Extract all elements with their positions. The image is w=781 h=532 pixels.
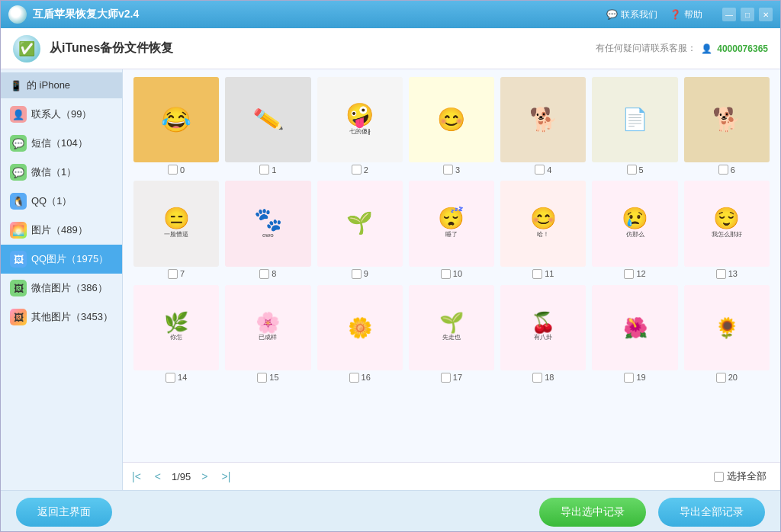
export-selected-button[interactable]: 导出选中记录 xyxy=(539,498,646,527)
export-all-button[interactable]: 导出全部记录 xyxy=(658,498,765,527)
image-label: 18 xyxy=(532,373,554,383)
image-checkbox[interactable] xyxy=(259,269,269,279)
close-button[interactable]: ✕ xyxy=(759,8,773,21)
image-thumbnail[interactable]: 🌻 xyxy=(684,285,770,370)
image-checkbox[interactable] xyxy=(716,269,726,279)
image-thumbnail[interactable]: 😊哈！ xyxy=(500,181,586,266)
image-item: 😌我怎么那好13 xyxy=(684,181,770,278)
image-thumbnail[interactable]: 🐕 xyxy=(500,77,586,162)
image-label: 12 xyxy=(624,269,645,279)
image-checkbox[interactable] xyxy=(532,269,542,279)
image-item: 🐾owo8 xyxy=(225,181,310,278)
image-number: 20 xyxy=(728,373,738,382)
image-thumbnail[interactable]: 🌸已成样 xyxy=(225,285,310,370)
image-thumbnail[interactable]: 😢仿那么 xyxy=(592,181,677,266)
sidebar-item-5[interactable]: 🖼QQ图片（1975） xyxy=(1,245,122,274)
image-checkbox[interactable] xyxy=(166,373,175,383)
select-all-container[interactable]: 选择全部 xyxy=(714,470,767,483)
image-thumbnail[interactable]: 😌我怎么那好 xyxy=(684,181,770,266)
image-checkbox[interactable] xyxy=(257,373,267,383)
image-checkbox[interactable] xyxy=(352,269,362,279)
image-number: 1 xyxy=(272,165,276,175)
image-thumbnail[interactable]: 😑一脸懵逼 xyxy=(133,181,219,266)
next-page-button[interactable]: > xyxy=(198,469,211,484)
prev-page-button[interactable]: < xyxy=(152,469,164,484)
image-item: 🌿你怎14 xyxy=(133,285,219,383)
sidebar: 📱 的 iPhone 👤联系人（99）💬短信（104）💬微信（1）🐧QQ（1）🌅… xyxy=(1,69,123,490)
image-checkbox[interactable] xyxy=(535,165,545,175)
image-checkbox[interactable] xyxy=(624,373,634,383)
image-checkbox[interactable] xyxy=(352,165,362,175)
minimize-button[interactable]: — xyxy=(722,8,736,21)
sidebar-item-4[interactable]: 🌅图片（489） xyxy=(1,216,122,245)
image-thumbnail[interactable]: 😂 xyxy=(133,77,219,162)
sidebar-icon-6: 🖼 xyxy=(10,280,27,296)
sidebar-icon-2: 💬 xyxy=(10,164,27,181)
select-all-checkbox[interactable] xyxy=(714,472,724,482)
image-thumbnail[interactable]: 🌺 xyxy=(592,285,677,370)
image-thumbnail[interactable]: 🌱 xyxy=(317,181,403,266)
image-checkbox[interactable] xyxy=(532,373,542,383)
sidebar-label-3: QQ（1） xyxy=(31,194,72,208)
bottombar: 返回主界面 导出选中记录 导出全部记录 xyxy=(1,490,780,532)
last-page-button[interactable]: >| xyxy=(219,469,234,484)
image-checkbox[interactable] xyxy=(716,373,726,383)
image-label: 16 xyxy=(349,373,371,383)
image-label: 9 xyxy=(352,269,368,279)
image-thumbnail[interactable]: 📄 xyxy=(592,77,677,162)
contact-button[interactable]: 💬 联系我们 xyxy=(606,8,657,21)
image-number: 18 xyxy=(545,373,554,382)
image-label: 6 xyxy=(718,165,735,175)
image-checkbox[interactable] xyxy=(718,165,728,175)
image-label: 10 xyxy=(441,269,462,279)
image-item: 🐕6 xyxy=(684,77,770,175)
image-item: 🌸已成样15 xyxy=(225,285,310,383)
image-number: 13 xyxy=(728,269,738,278)
image-thumbnail[interactable]: ✏️ xyxy=(225,77,310,162)
image-label: 17 xyxy=(441,373,462,383)
image-checkbox[interactable] xyxy=(168,269,178,279)
back-button[interactable]: 返回主界面 xyxy=(16,498,112,527)
image-item: 😂0 xyxy=(133,77,219,175)
image-label: 15 xyxy=(257,373,278,383)
image-number: 17 xyxy=(453,373,462,382)
sidebar-label-6: 微信图片（386） xyxy=(31,281,108,295)
maximize-button[interactable]: □ xyxy=(741,8,754,21)
content-area: 😂0✏️1🤪七的傻∦2😊3🐕4📄5🐕6😑一脸懵逼7🐾owo8🌱9😴睡了10😊哈！… xyxy=(123,69,780,490)
image-thumbnail[interactable]: 🍒有八卦 xyxy=(500,285,586,370)
image-thumbnail[interactable]: 🌿你怎 xyxy=(133,285,219,370)
image-checkbox[interactable] xyxy=(441,269,451,279)
sidebar-item-7[interactable]: 🖼其他图片（3453） xyxy=(1,303,122,332)
image-number: 2 xyxy=(364,165,368,175)
sidebar-item-1[interactable]: 💬短信（104） xyxy=(1,129,122,158)
image-checkbox[interactable] xyxy=(627,165,637,175)
image-thumbnail[interactable]: 🌱先走也 xyxy=(409,285,494,370)
image-thumbnail[interactable]: 🐾owo xyxy=(225,181,310,266)
image-checkbox[interactable] xyxy=(624,269,634,279)
image-item: ✏️1 xyxy=(225,77,310,175)
image-thumbnail[interactable]: 😴睡了 xyxy=(409,181,494,266)
image-label: 3 xyxy=(443,165,460,175)
sidebar-item-3[interactable]: 🐧QQ（1） xyxy=(1,187,122,216)
image-item: 😊哈！11 xyxy=(500,181,586,278)
image-checkbox[interactable] xyxy=(441,373,451,383)
image-checkbox[interactable] xyxy=(349,373,359,383)
sidebar-item-2[interactable]: 💬微信（1） xyxy=(1,158,122,187)
first-page-button[interactable]: |< xyxy=(129,469,144,484)
image-thumbnail[interactable]: 😊 xyxy=(409,77,494,162)
app-logo xyxy=(8,5,27,24)
image-item: 😊3 xyxy=(409,77,494,175)
image-checkbox[interactable] xyxy=(168,165,178,175)
image-item: 🐕4 xyxy=(500,77,586,175)
image-item: 🌺19 xyxy=(592,285,677,383)
image-label: 14 xyxy=(166,373,187,383)
help-button[interactable]: ❓ 帮助 xyxy=(670,8,702,21)
image-checkbox[interactable] xyxy=(443,165,453,175)
image-thumbnail[interactable]: 🐕 xyxy=(684,77,770,162)
sidebar-item-0[interactable]: 👤联系人（99） xyxy=(1,100,122,129)
image-thumbnail[interactable]: 🤪七的傻∦ xyxy=(317,77,403,162)
sidebar-item-6[interactable]: 🖼微信图片（386） xyxy=(1,274,122,303)
image-thumbnail[interactable]: 🌼 xyxy=(317,285,403,370)
image-checkbox[interactable] xyxy=(259,165,269,175)
header-logo-icon: ✅ xyxy=(13,35,40,62)
